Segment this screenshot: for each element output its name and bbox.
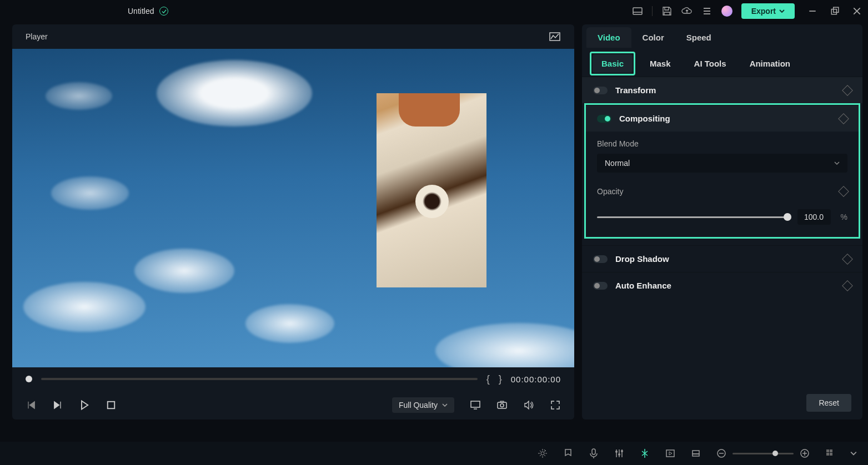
svg-point-17 [541,452,544,455]
quality-select[interactable]: Full Quality [392,397,454,413]
auto-beat-icon[interactable] [537,448,548,459]
user-avatar[interactable] [721,6,732,17]
mixer-icon[interactable] [614,448,625,459]
keyframe-icon[interactable] [842,254,853,265]
step-fwd-icon[interactable] [52,400,63,411]
svg-rect-36 [826,453,829,456]
svg-rect-6 [831,9,836,14]
svg-point-24 [621,450,623,452]
timeline-scrubber[interactable] [41,378,478,380]
svg-point-15 [500,404,504,407]
tab-speed[interactable]: Speed [675,27,723,48]
save-icon[interactable] [661,6,673,17]
zoom-out-icon[interactable] [716,448,727,459]
svg-rect-7 [834,7,839,12]
crop-icon[interactable] [665,448,676,459]
bottom-toolbar [0,442,868,465]
keyframe-icon[interactable] [842,280,853,291]
blend-mode-select[interactable]: Normal [597,154,847,173]
opacity-unit: % [841,213,847,221]
svg-rect-27 [693,451,699,454]
opacity-label: Opacity [597,187,623,196]
section-drop-shadow[interactable]: Drop Shadow [582,245,862,272]
ripple-icon[interactable] [690,448,701,459]
play-icon[interactable] [79,400,90,411]
subtab-mask[interactable]: Mask [641,54,680,73]
svg-rect-34 [826,449,829,452]
svg-rect-14 [498,402,506,408]
auto-enhance-toggle[interactable] [593,282,608,290]
svg-point-23 [618,453,620,456]
preview-canvas[interactable] [12,49,574,367]
svg-rect-26 [666,450,674,457]
reset-button[interactable]: Reset [806,394,851,412]
prev-frame-icon[interactable] [26,400,37,411]
opacity-value[interactable]: 100.0 [797,209,831,225]
saved-check-icon [159,7,168,16]
svg-rect-16 [500,401,504,402]
subtab-ai-tools[interactable]: AI Tools [685,54,735,73]
drop-shadow-toggle[interactable] [593,255,608,263]
transform-toggle[interactable] [593,87,608,94]
subtab-basic[interactable]: Basic [593,54,633,73]
maximize-icon[interactable] [830,7,839,16]
playhead[interactable] [26,376,32,382]
section-compositing[interactable]: Compositing [586,105,859,132]
snapshot-icon[interactable] [496,400,508,411]
section-auto-enhance[interactable]: Auto Enhance [582,272,862,299]
opacity-slider[interactable] [597,216,787,218]
stop-icon[interactable] [106,400,117,411]
zoom-in-icon[interactable] [799,448,810,459]
svg-rect-35 [830,449,832,452]
volume-icon[interactable] [523,400,534,411]
subtab-animation[interactable]: Animation [741,54,799,73]
titlebar: Untitled Export [0,0,868,22]
export-button[interactable]: Export [741,3,795,19]
svg-rect-0 [633,8,642,14]
svg-rect-28 [693,454,699,456]
svg-rect-11 [108,402,115,409]
player-label: Player [26,32,48,41]
cloud-icon[interactable] [681,6,693,17]
marker-icon[interactable] [563,448,574,459]
compositing-toggle[interactable] [597,115,611,123]
svg-point-22 [615,451,618,453]
align-icon [639,448,650,459]
sub-tabs: Basic Mask AI Tools Animation [582,50,862,77]
keyframe-icon[interactable] [842,85,853,96]
close-icon[interactable] [852,7,861,16]
blend-mode-label: Blend Mode [597,139,847,148]
keyframe-icon[interactable] [838,113,849,124]
timecode: 00:00:00:00 [511,375,561,384]
tab-video[interactable]: Video [586,27,631,48]
svg-rect-12 [471,401,480,407]
player-panel: Player { } 00:00:0 [12,24,574,419]
display-icon[interactable] [470,400,481,411]
overlay-clip[interactable] [377,93,486,287]
project-title: Untitled [128,7,154,16]
scope-icon[interactable] [549,31,561,43]
compositing-highlight: Compositing Blend Mode Normal Opacity [584,103,860,239]
minimize-icon[interactable] [808,7,817,16]
svg-rect-37 [830,453,832,456]
menu-icon[interactable] [701,6,713,17]
section-transform[interactable]: Transform [582,77,862,103]
voiceover-icon[interactable] [588,448,599,459]
layout-icon[interactable] [632,6,643,17]
top-tabs: Video Color Speed [582,24,862,50]
fullscreen-icon[interactable] [550,400,561,411]
mark-in-icon[interactable]: { [486,373,490,385]
keyframe-icon[interactable] [838,186,849,197]
tab-color[interactable]: Color [631,27,675,48]
zoom-slider[interactable] [732,453,794,454]
chevron-down-icon[interactable] [850,448,857,459]
grid-view-icon[interactable] [825,448,836,459]
svg-rect-18 [592,449,595,454]
mark-out-icon[interactable]: } [499,373,502,385]
properties-panel: Video Color Speed Basic Mask AI Tools An… [582,24,862,419]
